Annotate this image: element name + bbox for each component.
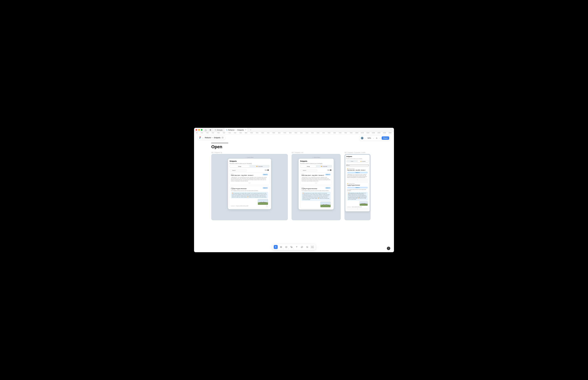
search-row: New+ [300, 169, 332, 171]
panel-toggle-icon[interactable] [222, 137, 223, 138]
svg-point-1 [200, 137, 201, 138]
frame-label[interactable]: QB / Snippets / md [292, 152, 341, 153]
tab-groups[interactable]: Groups [214, 128, 224, 132]
snippet-card-flash-sale: Group Flash Sale Alert - July 2024 - Ver… [230, 172, 269, 185]
close-tab-icon[interactable]: ✕ [245, 129, 246, 131]
frame-lg[interactable]: ✓ Quick Blast Snippets Reusable content … [211, 154, 288, 220]
collapse-icon[interactable]: ⌄ [248, 182, 251, 184]
play-icon[interactable] [375, 137, 379, 139]
chevron-down-icon[interactable]: ⌄ [373, 137, 374, 139]
new-snippet-button[interactable]: New+ [327, 169, 332, 171]
quick-blast-chip: ✓ Quick Blast [246, 157, 253, 158]
ruler-tick: 9900 [350, 132, 352, 133]
pen-tool[interactable]: ⌄ [289, 245, 293, 249]
meta-value: May 4th, 2024 12:34 pm EDT [352, 207, 362, 207]
search-input[interactable] [300, 169, 317, 171]
dev-mode-tool[interactable] [310, 245, 314, 249]
zoom-level[interactable]: 50% [367, 137, 372, 139]
maximize-window-icon[interactable] [201, 129, 203, 131]
collapse-icon[interactable]: ⌄ [347, 208, 368, 209]
share-button[interactable]: Share [382, 136, 389, 140]
ruler-tick: 8500 [272, 132, 275, 133]
frame-md-wrap: QB / Snippets / md ✓ Quick Blast Snippet… [292, 152, 341, 220]
segment-corporate[interactable]: 👑Corporate [316, 165, 332, 167]
snippet-body: **IMPORTANT** For a limited-time promoti… [231, 177, 268, 182]
chevron-down-icon[interactable]: ⌄ [293, 248, 294, 249]
search-input[interactable] [230, 169, 247, 171]
ruler-tick: 8300 [261, 132, 264, 133]
share-controls: ⌄ 50% ⌄ ⌄ Share [360, 135, 390, 141]
select-button[interactable]: Select⎘ [347, 187, 368, 189]
attachment-thumbnail[interactable] [258, 199, 268, 205]
globe-icon[interactable] [209, 128, 213, 132]
select-button[interactable]: Select⎘ [347, 172, 368, 173]
app-window: Groups Refactor → Snippets ✕ + ··· 71007… [194, 128, 394, 252]
titlebar: Groups Refactor → Snippets ✕ + ··· [194, 128, 394, 132]
attachment-thumbnail[interactable] [360, 201, 368, 206]
text-tool[interactable] [295, 245, 299, 249]
snippet-card-loyalty: Group Loyalty Program Reminder Select⎘ T… [300, 186, 332, 209]
pointer-tool[interactable]: ⌄ [274, 245, 278, 249]
panel-title: Snippets [346, 156, 369, 157]
collapse-icon[interactable]: ⌄ [347, 179, 368, 180]
chevron-down-icon[interactable]: ⌄ [283, 248, 284, 249]
frame-label[interactable]: QB / Snippets / Corporate / mobile [345, 152, 371, 153]
frame-md[interactable]: ✓ Quick Blast Snippets Reusable content … [292, 154, 341, 220]
ruler-tick: 9200 [311, 132, 314, 133]
ruler-tick: 8400 [267, 132, 269, 133]
close-window-icon[interactable] [196, 129, 197, 131]
ruler-tick: 8800 [289, 132, 292, 133]
avatar[interactable] [361, 136, 364, 140]
chevron-down-icon[interactable]: ⌄ [380, 137, 381, 139]
comment-tool[interactable] [300, 245, 304, 249]
segment-corporate[interactable]: 👑Corporate [358, 160, 368, 162]
collapse-icon[interactable]: ⌃ [266, 206, 268, 207]
shape-tool[interactable]: ⌄ [284, 245, 288, 249]
segment-group[interactable]: Group [230, 165, 250, 167]
select-button[interactable]: Select⎘ [325, 187, 331, 189]
snippet-card-flash-sale: 👑 Corporate Snippet Flash Sale Alert - J… [346, 167, 369, 181]
search-input[interactable] [346, 165, 369, 166]
copy-icon: ⎘ [359, 187, 360, 188]
ruler-horizontal: 7100720073007400750076007700780079008000… [196, 132, 394, 134]
home-icon[interactable] [204, 128, 208, 132]
snippets-panel-mobile: Snippets Reusable content to speed up yo… [345, 155, 370, 211]
chevron-down-icon[interactable]: ⌄ [365, 137, 366, 139]
minimize-window-icon[interactable] [198, 129, 200, 131]
snippet-card-flash-sale: Group Flash Sale Alert - July 2024 - Ver… [300, 172, 332, 185]
segment-corporate[interactable]: 👑Corporate [250, 165, 269, 167]
frame-mobile[interactable]: Snippets Reusable content to speed up yo… [345, 154, 371, 220]
ruler-tick: 10200 [366, 132, 369, 133]
copy-icon: ⎘ [329, 187, 330, 189]
select-button[interactable]: Select⎘ [325, 174, 331, 175]
new-snippet-button[interactable]: New+ [264, 169, 269, 171]
segment-group[interactable]: Group [301, 165, 316, 167]
new-tab-button[interactable]: + [249, 129, 253, 131]
help-button[interactable]: ? [387, 247, 390, 250]
frame-label[interactable]: QB / Snippets / lg [211, 152, 288, 153]
ruler-tick: 9500 [328, 132, 330, 133]
snippet-card-loyalty: Group Loyalty Program Reminder Select⎘ T… [230, 186, 269, 208]
snippet-title: Flash Sale Alert - July 2024 - Version 2 [231, 175, 253, 176]
chevron-down-icon[interactable]: ⌄ [202, 137, 203, 139]
segment-group[interactable]: Group [346, 160, 358, 162]
chevron-down-icon[interactable]: ⌄ [278, 248, 278, 249]
snippet-body: **IMPORTANT** For a limited-time promoti… [302, 177, 331, 182]
canvas[interactable]: Open QB / Snippets / lg ✓ Quick Blast Sn… [194, 134, 394, 252]
select-button[interactable]: Select⎘ [263, 187, 268, 189]
more-menu-icon[interactable]: ··· [390, 129, 392, 131]
frame-mobile-wrap: QB / Snippets / Corporate / mobile Snipp… [345, 152, 371, 220]
panel-subtitle: Reusable content to speed up your messag… [300, 163, 332, 164]
snippet-body: **IMPORTANT** For a limited-time promoti… [347, 174, 368, 178]
collapse-icon[interactable]: ⌄ [315, 182, 317, 184]
snippet-tag: 👑 Corporate Snippet [347, 168, 368, 169]
chevron-down-icon[interactable]: ⌄ [288, 248, 289, 249]
actions-tool[interactable] [305, 245, 309, 249]
tab-refactor-snippets[interactable]: Refactor → Snippets ✕ [225, 128, 248, 132]
ruler-tick: 10600 [388, 132, 391, 133]
attachment-thumbnail[interactable] [320, 202, 331, 207]
figma-icon[interactable] [200, 136, 201, 139]
frame-tool[interactable]: ⌄ [279, 245, 283, 249]
select-button[interactable]: Select⎘ [263, 174, 268, 175]
search-wrap [300, 169, 326, 171]
